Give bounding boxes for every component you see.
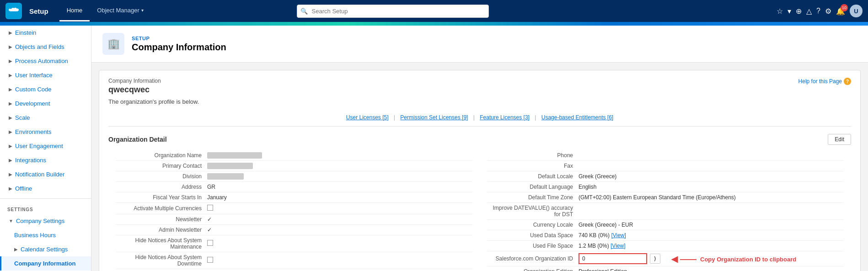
page-title: Company Information xyxy=(132,42,226,53)
field-row: Default Locale Greek (Greece) xyxy=(487,171,844,182)
field-value: ⟩ ◀ —— Copy Organization ID to clipboard xyxy=(579,253,844,264)
settings-icon[interactable]: ⚙ xyxy=(825,7,831,16)
right-icons: ☆ ▾ ⊕ △ ? ⚙ 🔔 10 U xyxy=(777,5,863,17)
field-label: Used File Space xyxy=(487,243,579,249)
sidebar-item-business-hours[interactable]: Business Hours xyxy=(0,228,91,242)
avatar[interactable]: U xyxy=(850,5,863,17)
sidebar-item-offline[interactable]: ▶ Offline xyxy=(0,181,91,196)
field-label: Organization Edition xyxy=(487,268,579,271)
help-icon[interactable]: ? xyxy=(816,7,820,15)
field-label: Division xyxy=(116,173,207,180)
field-row: Used File Space 1.2 MB (0%) [View] xyxy=(487,241,844,251)
feature-licenses-link[interactable]: Feature Licenses [3] xyxy=(480,114,530,121)
company-name: qwecqwec xyxy=(108,85,851,95)
edit-button[interactable]: Edit xyxy=(828,134,851,145)
star-dropdown-icon[interactable]: ▾ xyxy=(788,7,791,16)
salesforce-logo xyxy=(5,3,22,19)
field-label: Address xyxy=(116,184,207,190)
field-row: Activate Multiple Currencies xyxy=(116,203,472,214)
sidebar-item-environments[interactable]: ▶ Environments xyxy=(0,125,91,139)
chevron-right-icon: ▶ xyxy=(9,186,12,191)
sidebar-item-company-information[interactable]: Company Information xyxy=(0,256,91,271)
page-title-block: SETUP Company Information xyxy=(132,36,226,53)
tab-object-manager[interactable]: Object Manager ▾ xyxy=(90,0,151,21)
checkbox-hide-maintenance[interactable] xyxy=(207,240,213,246)
field-value: Professional Edition xyxy=(579,268,844,271)
setup-title: Setup xyxy=(29,7,48,15)
field-value xyxy=(207,205,472,212)
copy-org-id-button[interactable]: ⟩ xyxy=(650,254,660,264)
search-input[interactable] xyxy=(297,5,489,18)
chevron-right-icon: ▶ xyxy=(9,58,12,64)
field-value: ✓ xyxy=(207,227,472,233)
chevron-right-icon: ▶ xyxy=(9,101,12,106)
field-label: Primary Contact xyxy=(116,163,207,169)
field-row: Used Data Space 740 KB (0%) [View] xyxy=(487,230,844,241)
home-icon[interactable]: △ xyxy=(806,7,812,16)
sidebar-item-user-engagement[interactable]: ▶ User Engagement xyxy=(0,139,91,153)
field-label: Organization Name xyxy=(116,152,207,159)
sidebar-item-development[interactable]: ▶ Development xyxy=(0,96,91,111)
copy-annotation-text: Copy Organization ID to clipboard xyxy=(700,256,796,263)
sidebar-item-notification-builder[interactable]: ▶ Notification Builder xyxy=(0,167,91,181)
chevron-right-icon: ▶ xyxy=(9,115,12,120)
field-row: Organization Name xyxy=(116,150,472,161)
checkbox-hide-downtime[interactable] xyxy=(207,257,213,263)
search-icon: 🔍 xyxy=(300,8,308,15)
sidebar-item-calendar-settings[interactable]: ▶ Calendar Settings xyxy=(0,242,91,256)
sidebar-item-process-automation[interactable]: ▶ Process Automation xyxy=(0,54,91,68)
chevron-right-icon: ▶ xyxy=(9,30,12,35)
notifications[interactable]: 🔔 10 xyxy=(836,7,845,16)
breadcrumb: SETUP xyxy=(132,36,226,41)
sidebar-item-scale[interactable]: ▶ Scale xyxy=(0,111,91,125)
field-label: Used Data Space xyxy=(487,232,579,239)
field-label: Newsletter xyxy=(116,216,207,223)
field-row: Address GR xyxy=(116,182,472,192)
field-label: Default Locale xyxy=(487,173,579,180)
field-label: Currency Locale xyxy=(487,222,579,228)
file-space-view-link[interactable]: [View] xyxy=(611,243,625,249)
field-label: Hide Notices About System Downtime xyxy=(116,254,207,267)
chevron-right-icon: ▶ xyxy=(9,44,12,49)
chevron-right-icon: ▶ xyxy=(9,172,12,177)
sidebar-item-custom-code[interactable]: ▶ Custom Code xyxy=(0,82,91,96)
page-header: 🏢 SETUP Company Information xyxy=(91,26,868,63)
chevron-right-icon: ▶ xyxy=(9,87,12,92)
sidebar-item-integrations[interactable]: ▶ Integrations xyxy=(0,153,91,167)
org-description: The organization's profile is below. xyxy=(108,98,851,105)
field-row: Default Time Zone (GMT+02:00) Eastern Eu… xyxy=(487,192,844,203)
licenses-bar: User Licenses [5] | Permission Set Licen… xyxy=(108,111,851,127)
help-link[interactable]: Help for this Page ? xyxy=(798,78,851,85)
field-row: Default Language English xyxy=(487,182,844,192)
permission-set-licenses-link[interactable]: Permission Set Licenses [9] xyxy=(400,114,468,121)
sidebar-item-einstein[interactable]: ▶ Einstein xyxy=(0,26,91,40)
nav-tabs: Home Object Manager ▾ xyxy=(59,0,151,21)
chevron-down-icon: ▼ xyxy=(9,218,13,223)
usage-entitlements-link[interactable]: Usage-based Entitlements [6] xyxy=(541,114,613,121)
field-label: Salesforce.com Organization ID xyxy=(487,255,579,262)
chevron-right-icon: ▶ xyxy=(9,73,12,78)
field-label: Default Language xyxy=(487,184,579,190)
field-row: Improve DATEVALUE() accuracy for DST xyxy=(487,203,844,220)
field-label: Hide Notices About System Maintenance xyxy=(116,237,207,250)
main-layout: ▶ Einstein ▶ Objects and Fields ▶ Proces… xyxy=(0,26,868,271)
field-row: Fiscal Year Starts In January xyxy=(116,192,472,203)
field-value: GR xyxy=(207,184,472,190)
inner-content: Help for this Page ? Company Information… xyxy=(99,70,861,271)
field-value xyxy=(207,173,244,180)
sidebar-item-company-settings[interactable]: ▼ Company Settings xyxy=(0,214,91,228)
user-licenses-link[interactable]: User Licenses [5] xyxy=(346,114,389,121)
chevron-down-icon: ▾ xyxy=(141,8,144,13)
org-id-input-wrap: ⟩ xyxy=(579,253,660,264)
sidebar-item-user-interface[interactable]: ▶ User Interface xyxy=(0,68,91,82)
checkbox-activate-currencies[interactable] xyxy=(207,205,213,211)
field-row: Hide Notices About System Maintenance xyxy=(116,235,472,252)
data-space-view-link[interactable]: [View] xyxy=(611,232,626,239)
tab-home[interactable]: Home xyxy=(59,0,90,21)
search-bar: 🔍 xyxy=(297,5,489,18)
org-id-input[interactable] xyxy=(579,253,647,264)
add-icon[interactable]: ⊕ xyxy=(796,7,802,16)
section-title: Organization Detail xyxy=(108,136,167,143)
sidebar-item-objects-and-fields[interactable]: ▶ Objects and Fields xyxy=(0,40,91,54)
star-icon[interactable]: ☆ xyxy=(777,7,783,16)
